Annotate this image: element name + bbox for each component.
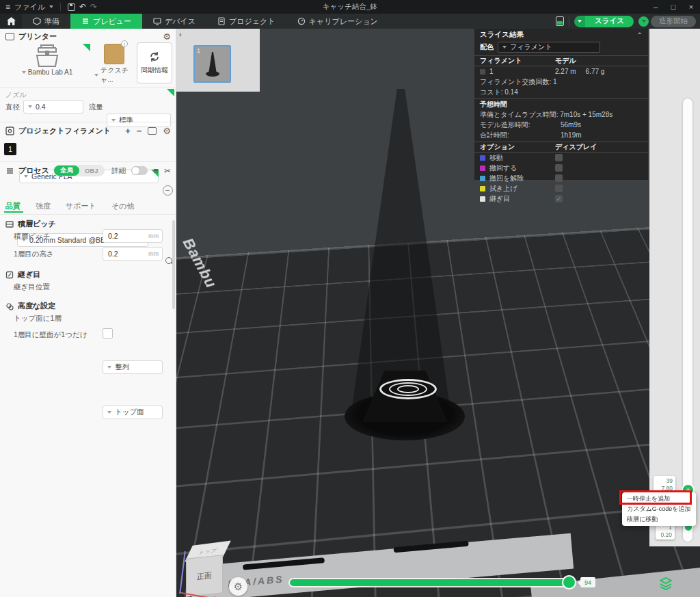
home-button[interactable] xyxy=(0,14,22,29)
viewport-settings-button[interactable]: ⚙ xyxy=(229,577,247,596)
layer-context-menu: 一時停止を追加 カスタムG-codeを追加 積層に移動 xyxy=(622,492,696,526)
add-filament-button[interactable]: + xyxy=(125,126,131,136)
sync-info-button[interactable]: 同期情報 xyxy=(137,42,172,83)
tab-calibration[interactable]: キャリブレーション xyxy=(286,14,389,29)
close-button[interactable]: × xyxy=(682,0,700,14)
chevron-down-icon xyxy=(28,105,32,108)
print-start-button[interactable]: 造形開始 xyxy=(651,16,696,27)
minimize-button[interactable]: – xyxy=(647,0,664,14)
move-slider-tooltip: 94 xyxy=(580,577,595,587)
seam-position-label: 継ぎ目位置 xyxy=(14,282,50,292)
file-menu-chevron-icon[interactable] xyxy=(49,5,53,8)
seam-option-label: 継ぎ目 xyxy=(489,194,510,204)
layers-view-button[interactable] xyxy=(656,574,675,594)
tab-prepare[interactable]: 準備 xyxy=(22,14,70,29)
first-layer-wall-checkbox[interactable] xyxy=(103,328,113,339)
layer-height-input[interactable]: 0.2 mm xyxy=(103,229,163,243)
print-dropdown-button[interactable] xyxy=(638,16,649,27)
unretract-checkbox[interactable]: ✓ xyxy=(555,174,563,182)
scope-object[interactable]: OBJ xyxy=(79,166,104,175)
list-view-icon[interactable]: ≡ xyxy=(153,165,159,176)
file-menu[interactable]: ファイル xyxy=(14,2,45,12)
plate-list-icon[interactable] xyxy=(556,16,564,26)
redo-icon[interactable]: ↷ xyxy=(90,3,97,11)
tab-quality[interactable]: 品質 xyxy=(5,201,21,211)
seam-checkbox[interactable]: ✓ xyxy=(555,195,563,202)
tab-device[interactable]: デバイス xyxy=(142,14,206,29)
tab-project[interactable]: プロジェクト xyxy=(206,14,286,29)
menu-item-add-custom-gcode[interactable]: カスタムG-codeを追加 xyxy=(622,504,696,514)
home-icon xyxy=(7,17,16,25)
plate-texture-card[interactable]: i テクスチャ... xyxy=(94,44,134,85)
project-doc-icon xyxy=(217,17,226,25)
chevron-down-icon xyxy=(107,411,111,414)
color-scheme-select[interactable]: フィラメント xyxy=(498,42,600,53)
undo-icon[interactable]: ↶ xyxy=(79,3,86,11)
menu-item-jump-to-layer[interactable]: 積層に移動 xyxy=(622,514,696,525)
tab-support[interactable]: サポート xyxy=(66,201,96,211)
collapse-panel-icon[interactable]: ⌃ xyxy=(636,31,643,39)
top-one-wall-select[interactable]: トップ面 xyxy=(103,406,163,419)
slice-dropdown-button[interactable] xyxy=(574,16,585,27)
preview-layers-icon xyxy=(81,17,90,25)
menu-item-add-pause[interactable]: 一時停止を追加 xyxy=(622,494,696,504)
detail-toggle[interactable] xyxy=(131,166,148,175)
tab-others[interactable]: その他 xyxy=(111,201,135,211)
option-row-unretract: 撤回を解除 ✓ xyxy=(474,173,648,183)
move-slider-handle[interactable] xyxy=(562,575,576,589)
tab-strength[interactable]: 強度 xyxy=(36,201,51,211)
layer-slider-track[interactable] xyxy=(683,98,692,542)
maximize-button[interactable]: □ xyxy=(664,0,682,14)
retract-checkbox[interactable]: ✓ xyxy=(555,164,563,172)
sidebar-scrollbar[interactable] xyxy=(172,220,175,309)
model-time-row: モデル造形時間: 56m9s xyxy=(474,120,648,130)
slice-button-group: スライス xyxy=(574,16,634,27)
ams-sync-icon[interactable] xyxy=(148,127,157,135)
calibration-gauge-icon xyxy=(297,17,306,25)
tab-preview-label: プレビュー xyxy=(93,16,131,27)
first-layer-height-value: 0.2 xyxy=(108,250,118,258)
prepare-time-value: 7m10s + 15m28s xyxy=(560,111,612,118)
plate-thumbnail-strip: ‹ 1 xyxy=(176,29,260,92)
filament-settings-gear-icon[interactable]: ⚙ xyxy=(163,127,171,135)
printer-card[interactable]: Bambu Lab A1 xyxy=(4,44,90,85)
divider xyxy=(60,3,61,11)
slice-result-title: スライス結果 xyxy=(480,30,524,40)
plate-thumbnail-1[interactable]: 1 xyxy=(193,45,231,83)
info-icon[interactable]: i xyxy=(121,40,128,47)
texture-label[interactable]: テクスチャ... xyxy=(100,66,134,85)
slice-button[interactable]: スライス xyxy=(585,16,634,27)
model-time-value: 56m9s xyxy=(561,121,581,129)
hamburger-icon[interactable]: ≡ xyxy=(5,3,10,11)
nozzle-diameter-select[interactable]: 0.4 xyxy=(23,100,83,114)
filament-edit-icon[interactable] xyxy=(163,185,173,196)
left-sidebar: プリンター ⚙ Bambu Lab A1 i テクスチャ... xyxy=(0,29,176,597)
tab-preview[interactable]: プレビュー xyxy=(70,14,142,29)
seam-group-icon xyxy=(5,271,14,279)
unit-label: mm xyxy=(148,233,159,239)
cost-row: コスト: 0.14 xyxy=(474,87,648,97)
process-scope-toggle[interactable]: 全局 OBJ xyxy=(53,165,105,176)
preview-viewport[interactable]: Bambu PLA/ABS ‹ 1 + 39 xyxy=(176,29,700,597)
advanced-group-icon xyxy=(5,302,14,310)
tab-project-label: プロジェクト xyxy=(229,16,275,27)
wipe-checkbox[interactable]: ✓ xyxy=(555,185,563,192)
save-icon[interactable] xyxy=(68,3,75,11)
printer-settings-gear-icon[interactable]: ⚙ xyxy=(163,32,171,41)
scissors-icon[interactable]: ✂ xyxy=(164,166,171,176)
color-scheme-label: 配色 xyxy=(480,42,494,52)
layer-tooltip-upper: 39 7.80 xyxy=(654,476,675,493)
move-slider-fill[interactable] xyxy=(290,579,569,586)
nav-cube-front-face[interactable]: 正面 xyxy=(186,555,223,597)
main-tabbar: 準備 プレビュー デバイス プロジェクト キャリブレーション スライス xyxy=(0,14,700,29)
seam-position-select[interactable]: 整列 xyxy=(103,360,163,374)
printer-name[interactable]: Bambu Lab A1 xyxy=(28,68,73,76)
flow-select[interactable]: 標準 xyxy=(107,114,171,127)
cost-label: コスト: xyxy=(480,88,502,97)
travel-checkbox[interactable]: ✓ xyxy=(555,154,563,161)
first-layer-height-input[interactable]: 0.2 mm xyxy=(103,247,163,261)
scope-global[interactable]: 全局 xyxy=(54,165,79,176)
unit-label: mm xyxy=(148,250,159,257)
collapse-strip-icon[interactable]: ‹ xyxy=(179,30,182,38)
remove-filament-button[interactable]: − xyxy=(137,126,142,136)
